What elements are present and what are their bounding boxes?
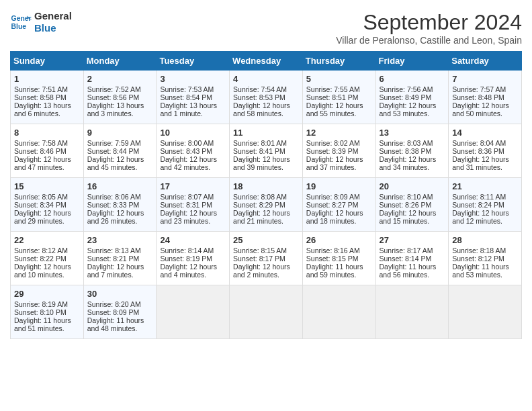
sunrise-label: Sunrise: 7:51 AM: [14, 85, 68, 93]
calendar-cell: 1Sunrise: 7:51 AMSunset: 8:58 PMDaylight…: [11, 71, 84, 124]
sunrise-label: Sunrise: 8:10 AM: [380, 193, 433, 201]
calendar-cell: 6Sunrise: 7:56 AMSunset: 8:49 PMDaylight…: [375, 71, 449, 124]
sunrise-label: Sunrise: 8:12 AM: [14, 246, 68, 255]
sunrise-label: Sunrise: 7:58 AM: [14, 139, 68, 147]
day-number: 17: [160, 181, 226, 191]
calendar-cell: 19Sunrise: 8:09 AMSunset: 8:27 PMDayligh…: [302, 178, 375, 232]
logo-line1: General: [34, 10, 72, 22]
calendar-cell: 30Sunrise: 8:20 AMSunset: 8:09 PMDayligh…: [83, 285, 157, 339]
sunrise-label: Sunrise: 8:04 AM: [452, 139, 506, 147]
calendar-cell: [302, 285, 375, 339]
sunset-label: Sunset: 8:54 PM: [160, 93, 212, 101]
daylight-label: Daylight: 12 hours and 55 minutes.: [306, 101, 363, 118]
sunrise-label: Sunrise: 8:15 AM: [233, 246, 287, 255]
sunrise-label: Sunrise: 7:53 AM: [160, 85, 214, 93]
day-number: 2: [87, 74, 153, 84]
sunrise-label: Sunrise: 8:14 AM: [160, 246, 214, 255]
calendar-cell: 26Sunrise: 8:16 AMSunset: 8:15 PMDayligh…: [302, 232, 375, 285]
calendar-cell: 11Sunrise: 8:01 AMSunset: 8:41 PMDayligh…: [230, 124, 303, 178]
sunrise-label: Sunrise: 8:11 AM: [452, 193, 506, 201]
daylight-label: Daylight: 11 hours and 56 minutes.: [380, 263, 437, 279]
daylight-label: Daylight: 12 hours and 31 minutes.: [452, 155, 509, 171]
sunset-label: Sunset: 8:46 PM: [14, 147, 66, 155]
sunset-label: Sunset: 8:12 PM: [452, 255, 504, 263]
sunrise-label: Sunrise: 8:09 AM: [306, 193, 360, 201]
day-number: 28: [452, 235, 518, 245]
sunrise-label: Sunrise: 8:00 AM: [160, 139, 214, 147]
calendar-cell: 22Sunrise: 8:12 AMSunset: 8:22 PMDayligh…: [11, 232, 84, 285]
sunset-label: Sunset: 8:26 PM: [380, 201, 432, 209]
daylight-label: Daylight: 12 hours and 34 minutes.: [380, 155, 437, 171]
day-number: 15: [14, 181, 80, 191]
calendar-cell: [375, 285, 449, 339]
calendar-cell: 4Sunrise: 7:54 AMSunset: 8:53 PMDaylight…: [230, 71, 303, 124]
day-number: 6: [380, 74, 445, 84]
sunrise-label: Sunrise: 8:07 AM: [160, 193, 214, 201]
day-number: 13: [380, 128, 445, 138]
calendar-cell: 10Sunrise: 8:00 AMSunset: 8:43 PMDayligh…: [157, 124, 230, 178]
daylight-label: Daylight: 12 hours and 53 minutes.: [380, 101, 437, 118]
daylight-label: Daylight: 12 hours and 2 minutes.: [233, 263, 290, 279]
day-number: 19: [306, 181, 372, 191]
logo-line2: Blue: [34, 22, 72, 34]
calendar-cell: 2Sunrise: 7:52 AMSunset: 8:56 PMDaylight…: [83, 71, 157, 124]
calendar-cell: 15Sunrise: 8:05 AMSunset: 8:34 PMDayligh…: [11, 178, 84, 232]
sunrise-label: Sunrise: 8:05 AM: [14, 193, 68, 201]
calendar-week-1: 1Sunrise: 7:51 AMSunset: 8:58 PMDaylight…: [11, 71, 522, 124]
sunset-label: Sunset: 8:21 PM: [87, 255, 140, 263]
column-header-friday: Friday: [375, 52, 449, 71]
sunset-label: Sunset: 8:58 PM: [14, 93, 66, 101]
day-number: 24: [160, 235, 226, 245]
location-subtitle: Villar de Peralonso, Castille and Leon, …: [336, 35, 522, 46]
calendar-cell: 3Sunrise: 7:53 AMSunset: 8:54 PMDaylight…: [157, 71, 230, 124]
daylight-label: Daylight: 12 hours and 47 minutes.: [14, 155, 71, 171]
calendar-cell: 14Sunrise: 8:04 AMSunset: 8:36 PMDayligh…: [449, 124, 522, 178]
sunrise-label: Sunrise: 8:17 AM: [380, 246, 433, 255]
daylight-label: Daylight: 12 hours and 18 minutes.: [306, 209, 363, 225]
sunset-label: Sunset: 8:15 PM: [306, 255, 359, 263]
sunset-label: Sunset: 8:51 PM: [306, 93, 359, 101]
daylight-label: Daylight: 12 hours and 4 minutes.: [160, 263, 217, 279]
sunset-label: Sunset: 8:27 PM: [306, 201, 359, 209]
sunset-label: Sunset: 8:43 PM: [160, 147, 212, 155]
sunset-label: Sunset: 8:56 PM: [87, 93, 140, 101]
day-number: 25: [233, 235, 299, 245]
day-number: 27: [380, 235, 445, 245]
calendar-cell: [230, 285, 303, 339]
calendar-cell: 29Sunrise: 8:19 AMSunset: 8:10 PMDayligh…: [11, 285, 84, 339]
day-number: 22: [14, 235, 80, 245]
column-header-sunday: Sunday: [11, 52, 84, 71]
sunrise-label: Sunrise: 8:06 AM: [87, 193, 141, 201]
day-number: 9: [87, 128, 153, 138]
daylight-label: Daylight: 12 hours and 29 minutes.: [14, 209, 71, 225]
daylight-label: Daylight: 12 hours and 21 minutes.: [233, 209, 290, 225]
title-block: September 2024 Villar de Peralonso, Cast…: [336, 10, 522, 46]
day-number: 10: [160, 128, 226, 138]
day-number: 3: [160, 74, 226, 84]
column-header-monday: Monday: [83, 52, 157, 71]
calendar-cell: 12Sunrise: 8:02 AMSunset: 8:39 PMDayligh…: [302, 124, 375, 178]
calendar-cell: 9Sunrise: 7:59 AMSunset: 8:44 PMDaylight…: [83, 124, 157, 178]
calendar-cell: 27Sunrise: 8:17 AMSunset: 8:14 PMDayligh…: [375, 232, 449, 285]
svg-text:General: General: [11, 15, 32, 22]
day-number: 30: [87, 289, 153, 299]
day-number: 5: [306, 74, 372, 84]
sunrise-label: Sunrise: 7:59 AM: [87, 139, 141, 147]
calendar-cell: 24Sunrise: 8:14 AMSunset: 8:19 PMDayligh…: [157, 232, 230, 285]
daylight-label: Daylight: 12 hours and 58 minutes.: [233, 101, 290, 118]
calendar-cell: 7Sunrise: 7:57 AMSunset: 8:48 PMDaylight…: [449, 71, 522, 124]
daylight-label: Daylight: 11 hours and 51 minutes.: [14, 316, 71, 332]
sunset-label: Sunset: 8:33 PM: [87, 201, 140, 209]
daylight-label: Daylight: 12 hours and 15 minutes.: [380, 209, 437, 225]
sunset-label: Sunset: 8:19 PM: [160, 255, 212, 263]
calendar-cell: 18Sunrise: 8:08 AMSunset: 8:29 PMDayligh…: [230, 178, 303, 232]
day-number: 23: [87, 235, 153, 245]
daylight-label: Daylight: 11 hours and 48 minutes.: [87, 316, 144, 332]
calendar-cell: 16Sunrise: 8:06 AMSunset: 8:33 PMDayligh…: [83, 178, 157, 232]
sunrise-label: Sunrise: 7:56 AM: [380, 85, 433, 93]
calendar-cell: 13Sunrise: 8:03 AMSunset: 8:38 PMDayligh…: [375, 124, 449, 178]
sunrise-label: Sunrise: 8:20 AM: [87, 300, 141, 308]
calendar-week-2: 8Sunrise: 7:58 AMSunset: 8:46 PMDaylight…: [11, 124, 522, 178]
calendar-cell: 21Sunrise: 8:11 AMSunset: 8:24 PMDayligh…: [449, 178, 522, 232]
daylight-label: Daylight: 12 hours and 42 minutes.: [160, 155, 217, 171]
